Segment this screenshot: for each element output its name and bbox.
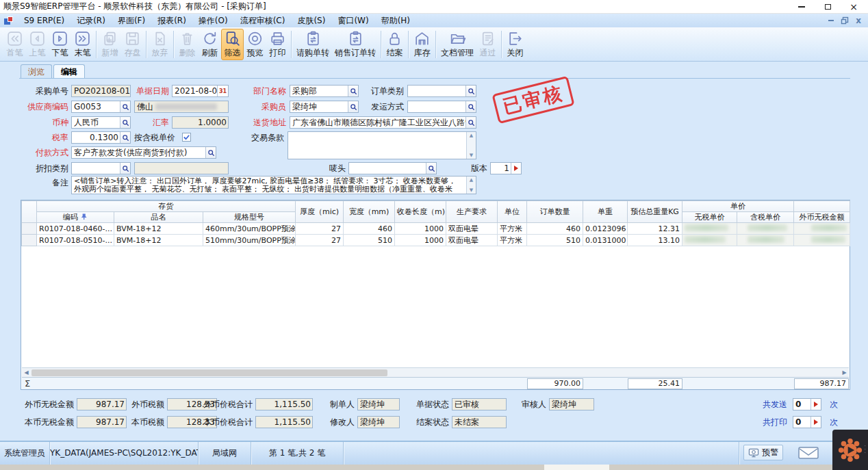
document-management-button[interactable]: 文档管理 <box>438 29 476 60</box>
print-button[interactable]: 打印 <box>266 29 289 60</box>
approve-button[interactable]: 通过 <box>476 29 499 60</box>
tax-rate-field[interactable]: 0.1300 <box>71 131 131 144</box>
group-header-inventory[interactable]: 存货 <box>37 201 296 212</box>
lookup-button[interactable] <box>205 147 216 158</box>
menu-item-window[interactable]: 窗口(W) <box>331 14 374 27</box>
screen-recorder-overlay[interactable]: ··· <box>832 430 868 470</box>
lookup-button[interactable] <box>426 163 436 174</box>
col-header-fc-amount[interactable]: 外币无税金额 <box>794 212 850 223</box>
mdi-close-icon[interactable]: x <box>856 14 861 27</box>
scroll-left-icon[interactable]: ◀ <box>22 369 31 376</box>
ship-method-field[interactable] <box>407 101 476 113</box>
row-indicator[interactable] <box>22 223 37 235</box>
new-button[interactable]: 新增 <box>99 29 121 60</box>
table-row[interactable]: R0107-018-0460-... BVM-18+12 460mm/30um/… <box>22 223 850 235</box>
textarea-scrollbar[interactable]: ▲▼ <box>466 132 476 159</box>
next-record-button[interactable]: 下笔 <box>49 29 71 60</box>
col-header-prod-req[interactable]: 生产要求 <box>446 201 498 223</box>
menu-item-help[interactable]: 帮助(H) <box>375 14 416 27</box>
version-spinner[interactable] <box>511 163 521 174</box>
col-header-code[interactable]: 编码 <box>37 212 114 223</box>
row-indicator[interactable] <box>22 235 37 246</box>
remark-textarea[interactable]: <销售订单>转入注意： 出口国外订单， 厚度要够27mic, 胶面电晕值≥38；… <box>71 176 476 194</box>
col-header-unit[interactable]: 单位 <box>498 201 527 223</box>
buyer-field[interactable]: 梁绮坤 <box>290 101 359 113</box>
first-record-button[interactable]: 首笔 <box>3 29 26 60</box>
purchase-request-transfer-button[interactable]: 请购单转 <box>294 29 332 60</box>
prev-record-button[interactable]: 上笔 <box>26 29 49 60</box>
pin-icon[interactable] <box>80 213 88 220</box>
lookup-button[interactable] <box>120 163 130 174</box>
minimize-button[interactable] <box>791 0 812 14</box>
dept-field[interactable]: 采购部 <box>290 85 359 97</box>
supplier-code-field[interactable]: G0053 <box>71 101 131 113</box>
horizontal-scrollbar[interactable]: ◀ ▶ <box>22 367 849 377</box>
col-header-thickness[interactable]: 厚度（mic) <box>296 201 344 223</box>
calendar-icon[interactable]: 31 <box>217 86 228 96</box>
print-count-spinner[interactable] <box>810 417 821 428</box>
table-row[interactable]: R0107-018-0510-... BVM-18+12 510mm/30um/… <box>22 235 850 246</box>
scroll-down-icon[interactable]: ▼ <box>470 187 473 193</box>
menu-item-report[interactable]: 报表(R) <box>151 14 192 27</box>
preview-button[interactable]: 预览 <box>244 29 266 60</box>
scroll-right-icon[interactable]: ▶ <box>840 369 849 376</box>
lookup-button[interactable] <box>348 101 358 112</box>
lookup-button[interactable] <box>120 101 130 112</box>
menu-item-operation[interactable]: 操作(O) <box>192 14 234 27</box>
delete-button[interactable]: 删除 <box>176 29 199 60</box>
send-count-field[interactable]: 0 <box>793 398 821 410</box>
recorder-handle-dots[interactable]: ··· <box>864 445 866 455</box>
col-header-unit-weight[interactable]: 单重 <box>583 201 628 223</box>
shipping-mark-field[interactable] <box>348 162 437 174</box>
lookup-button[interactable] <box>465 117 476 128</box>
lookup-button[interactable] <box>465 101 476 112</box>
filter-button[interactable]: 筛选 <box>221 29 244 60</box>
doc-date-field[interactable]: 2021-08-04 31 <box>172 85 229 97</box>
delivery-address-field[interactable]: 广东省佛山市顺德区陈村镇广隆工业区兴业八路9号之一 <box>290 116 476 129</box>
tax-included-checkbox[interactable] <box>182 133 191 142</box>
col-header-qty[interactable]: 订单数量 <box>527 201 583 223</box>
mail-button[interactable] <box>798 446 819 462</box>
mdi-restore-icon[interactable] <box>841 16 849 25</box>
lookup-button[interactable] <box>465 86 476 96</box>
close-form-button[interactable]: 关闭 <box>504 29 526 60</box>
save-button[interactable]: 存盘 <box>121 29 144 60</box>
sales-order-transfer-button[interactable]: 销售订单转 <box>332 29 379 60</box>
tab-browse[interactable]: 浏览 <box>21 64 52 79</box>
last-record-button[interactable]: 末笔 <box>71 29 94 60</box>
send-count-spinner[interactable] <box>810 399 821 410</box>
close-case-button[interactable]: 结案 <box>383 29 406 60</box>
mdi-minimize-icon[interactable] <box>828 20 834 21</box>
group-header-unit-price[interactable]: 单价 <box>682 201 794 212</box>
scroll-up-icon[interactable]: ▲ <box>470 177 473 183</box>
currency-field[interactable]: 人民币 <box>71 116 131 129</box>
inventory-button[interactable]: 库存 <box>411 29 433 60</box>
lookup-button[interactable] <box>348 86 358 96</box>
discount-type-field[interactable] <box>71 162 131 174</box>
maximize-button[interactable] <box>817 0 838 14</box>
alert-button[interactable]: 预警 <box>743 445 783 460</box>
menu-item-workflow[interactable]: 流程审核(C) <box>234 14 292 27</box>
order-type-field[interactable] <box>407 85 476 97</box>
col-header-length[interactable]: 收卷长度（m) <box>395 201 446 223</box>
col-header-tax-price[interactable]: 含税单价 <box>737 212 794 223</box>
scroll-up-icon[interactable]: ▲ <box>470 133 473 138</box>
menu-item-skin[interactable]: 皮肤(S) <box>291 14 331 27</box>
print-count-field[interactable]: 0 <box>793 416 821 428</box>
menu-item-s9erp[interactable]: S9 ERP(E) <box>18 14 71 27</box>
col-header-width[interactable]: 宽度（mm) <box>344 201 395 223</box>
close-window-button[interactable]: × <box>843 0 864 14</box>
menu-item-ui[interactable]: 界面(F) <box>112 14 151 27</box>
textarea-scrollbar[interactable]: ▲▼ <box>466 177 476 194</box>
trade-terms-textarea[interactable]: ▲▼ <box>288 131 476 159</box>
col-header-spec[interactable]: 规格型号 <box>203 212 296 223</box>
version-field[interactable]: 1 <box>490 162 522 174</box>
abandon-button[interactable]: 放弃 <box>149 29 171 60</box>
col-header-net-price[interactable]: 无税单价 <box>682 212 737 223</box>
scrollbar-thumb[interactable] <box>31 369 387 376</box>
payment-method-field[interactable]: 客户齐款发货(供应商货到付款) <box>71 146 216 159</box>
menu-item-record[interactable]: 记录(R) <box>71 14 112 27</box>
scroll-down-icon[interactable]: ▼ <box>470 153 473 158</box>
tab-edit[interactable]: 编辑 <box>53 64 85 79</box>
refresh-button[interactable]: 刷新 <box>199 29 221 60</box>
